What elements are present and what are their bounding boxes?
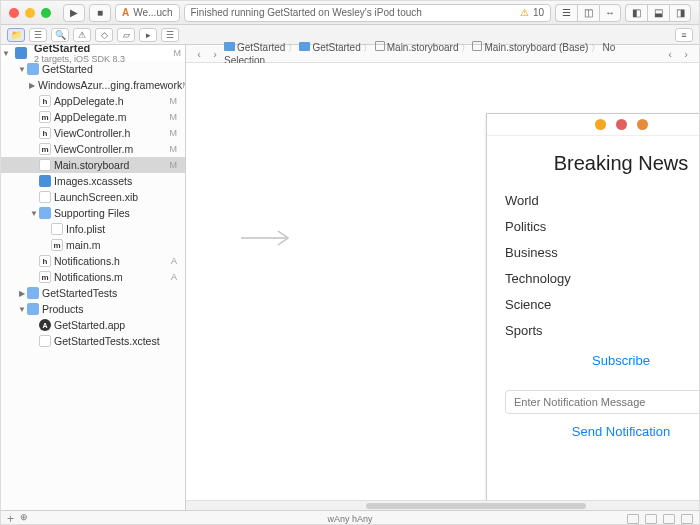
send-notification-button[interactable]: Send Notification xyxy=(505,424,699,439)
test-navigator-tab[interactable]: ◇ xyxy=(95,28,113,42)
zoom-icon[interactable] xyxy=(41,8,51,18)
subscribe-button[interactable]: Subscribe xyxy=(505,353,699,368)
forward-button[interactable]: › xyxy=(208,48,222,60)
breadcrumb-item[interactable]: Main.storyboard (Base) xyxy=(472,42,588,53)
file-row[interactable]: Images.xcassets xyxy=(1,173,185,189)
category-label: Science xyxy=(505,297,551,312)
file-name: main.m xyxy=(66,239,100,251)
symbol-navigator-tab[interactable]: ☰ xyxy=(29,28,47,42)
file-row[interactable]: hNotifications.hA xyxy=(1,253,185,269)
jump-prev-button[interactable]: ‹ xyxy=(663,48,677,60)
assets-icon xyxy=(39,175,51,187)
notification-text-field[interactable] xyxy=(505,390,699,414)
file-row[interactable]: Main.storyboardM xyxy=(1,157,185,173)
size-class-control[interactable]: wAny hAny xyxy=(327,514,372,524)
file-name: ViewController.m xyxy=(54,143,133,155)
scm-status: M xyxy=(170,112,182,122)
category-row: Sports xyxy=(505,317,699,343)
view-controller-scene[interactable]: Breaking News WorldPoliticsBusinessTechn… xyxy=(486,113,699,500)
project-navigator-tab[interactable]: 📁 xyxy=(7,28,25,42)
project-root[interactable]: ▼ GetStarted 2 targets, iOS SDK 8.3 M xyxy=(1,45,185,61)
file-row[interactable]: ▶WindowsAzur...ging.frameworkM xyxy=(1,77,185,93)
debug-navigator-tab[interactable]: ▱ xyxy=(117,28,135,42)
file-row[interactable]: mNotifications.mA xyxy=(1,269,185,285)
scrollbar-thumb[interactable] xyxy=(366,503,586,509)
bottom-bar: + ⊕ wAny hAny xyxy=(1,510,699,525)
file-row[interactable]: ▼Supporting Files xyxy=(1,205,185,221)
file-row[interactable]: GetStarted.app xyxy=(1,317,185,333)
breadcrumb-item[interactable]: Main.storyboard xyxy=(375,42,459,53)
category-label: Technology xyxy=(505,271,571,286)
stop-button[interactable]: ■ xyxy=(89,4,111,22)
minimize-icon[interactable] xyxy=(25,8,35,18)
add-button[interactable]: + xyxy=(7,512,14,526)
file-row[interactable]: mmain.m xyxy=(1,237,185,253)
folder-icon xyxy=(27,287,39,299)
file-name: Supporting Files xyxy=(54,207,130,219)
editor-mode-group: ☰ ◫ ↔ xyxy=(555,4,621,22)
file-name: Notifications.m xyxy=(54,271,123,283)
file-name: GetStarted xyxy=(42,63,93,75)
bottom-panel-toggle[interactable]: ⬓ xyxy=(647,4,669,22)
close-icon[interactable] xyxy=(9,8,19,18)
file-row[interactable]: ▼Products xyxy=(1,301,185,317)
file-row[interactable]: hAppDelegate.hM xyxy=(1,93,185,109)
file-name: Products xyxy=(42,303,83,315)
issue-navigator-tab[interactable]: ⚠ xyxy=(73,28,91,42)
file-name: WindowsAzur...ging.framework xyxy=(38,79,182,91)
category-row: Business xyxy=(505,239,699,265)
xctest-icon xyxy=(39,335,51,347)
horizontal-scrollbar[interactable] xyxy=(186,500,699,510)
first-responder-icon[interactable] xyxy=(616,119,627,130)
file-row[interactable]: mAppDelegate.mM xyxy=(1,109,185,125)
file-row[interactable]: LaunchScreen.xib xyxy=(1,189,185,205)
breadcrumb-item[interactable]: GetStarted xyxy=(299,42,360,53)
breakpoint-navigator-tab[interactable]: ▸ xyxy=(139,28,157,42)
right-panel-toggle[interactable]: ◨ xyxy=(669,4,691,22)
m-icon: m xyxy=(51,239,63,251)
titlebar: ▶ ■ A We...uch Finished running GetStart… xyxy=(1,1,699,25)
back-button[interactable]: ‹ xyxy=(192,48,206,60)
breadcrumb-item[interactable]: GetStarted xyxy=(224,42,285,53)
file-name: AppDelegate.m xyxy=(54,111,126,123)
filter-button[interactable]: ⊕ xyxy=(20,512,28,526)
file-row[interactable]: hViewController.hM xyxy=(1,125,185,141)
report-navigator-tab[interactable]: ☰ xyxy=(161,28,179,42)
scm-status: M xyxy=(170,96,182,106)
run-button[interactable]: ▶ xyxy=(63,4,85,22)
file-name: GetStartedTests xyxy=(42,287,117,299)
warning-count: 10 xyxy=(533,7,544,18)
file-row[interactable]: ▶GetStartedTests xyxy=(1,285,185,301)
activity-text: Finished running GetStarted on Wesley's … xyxy=(191,7,422,18)
find-navigator-tab[interactable]: 🔍 xyxy=(51,28,69,42)
assistant-editor-button[interactable]: ◫ xyxy=(577,4,599,22)
layout-toggle-4[interactable] xyxy=(681,514,693,524)
jump-next-button[interactable]: › xyxy=(679,48,693,60)
scheme-selector[interactable]: A We...uch xyxy=(115,4,180,22)
scm-status: M xyxy=(170,128,182,138)
file-row[interactable]: GetStartedTests.xctest xyxy=(1,333,185,349)
version-editor-button[interactable]: ↔ xyxy=(599,4,621,22)
title-label[interactable]: Breaking News xyxy=(505,152,699,175)
layout-toggle-2[interactable] xyxy=(645,514,657,524)
outline-toggle[interactable]: ≡ xyxy=(675,28,693,42)
folder-icon xyxy=(27,303,39,315)
project-scm-status: M xyxy=(174,48,182,58)
exit-icon[interactable] xyxy=(637,119,648,130)
file-row[interactable]: mViewController.mM xyxy=(1,141,185,157)
vc-icon[interactable] xyxy=(595,119,606,130)
layout-toggle-3[interactable] xyxy=(663,514,675,524)
jump-bar: ‹ › GetStarted 〉 GetStarted 〉 Main.story… xyxy=(186,45,699,63)
left-panel-toggle[interactable]: ◧ xyxy=(625,4,647,22)
layout-toggle-1[interactable] xyxy=(627,514,639,524)
h-icon: h xyxy=(39,95,51,107)
scm-status: M xyxy=(170,144,182,154)
standard-editor-button[interactable]: ☰ xyxy=(555,4,577,22)
category-label: World xyxy=(505,193,539,208)
panel-toggle-group: ◧ ⬓ ◨ xyxy=(625,4,691,22)
file-row[interactable]: Info.plist xyxy=(1,221,185,237)
category-row: Politics xyxy=(505,213,699,239)
storyboard-canvas[interactable]: Breaking News WorldPoliticsBusinessTechn… xyxy=(186,63,699,500)
file-name: GetStartedTests.xctest xyxy=(54,335,160,347)
scene-header xyxy=(487,114,699,136)
